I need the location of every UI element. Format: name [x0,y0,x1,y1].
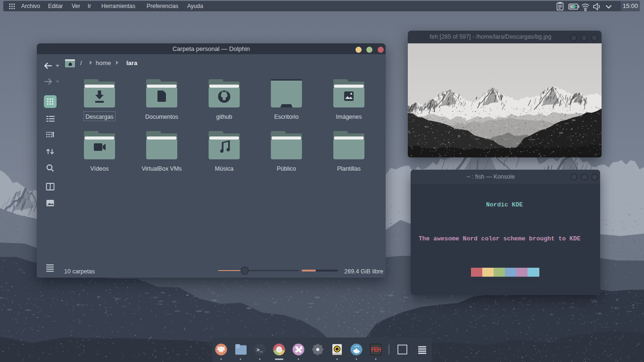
svg-text:>_: >_ [256,347,263,353]
svg-text:269.4 GiB libre: 269.4 GiB libre [344,268,383,275]
svg-text:lara: lara [126,59,138,66]
svg-text:FEH: FEH [371,346,381,353]
svg-text:10 carpetas: 10 carpetas [64,268,95,275]
svg-text:home: home [96,59,111,66]
svg-text:/: / [80,59,82,66]
